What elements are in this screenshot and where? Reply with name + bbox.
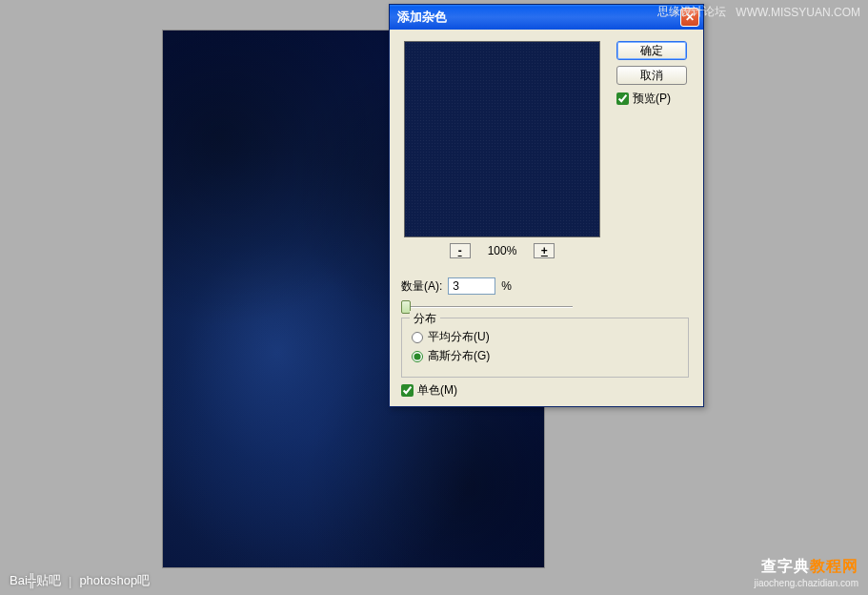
slider-track-line	[401, 306, 573, 308]
wm-bl-sep: |	[69, 574, 71, 588]
distribution-group: 分布 平均分布(U) 高斯分布(G)	[401, 318, 689, 378]
gaussian-label: 高斯分布(G)	[428, 348, 490, 364]
dialog-title: 添加杂色	[397, 9, 680, 26]
monochrome-checkbox[interactable]	[401, 384, 414, 397]
add-noise-dialog: 添加杂色 ✕ - 100% + 确定 取消 预览(P) 数量(A): %	[389, 4, 704, 407]
plus-icon: +	[541, 244, 548, 257]
amount-input[interactable]	[448, 277, 495, 295]
dialog-titlebar[interactable]: 添加杂色 ✕	[390, 5, 703, 30]
amount-row: 数量(A): %	[401, 277, 512, 295]
zoom-out-button[interactable]: -	[450, 243, 471, 258]
minus-icon: -	[458, 244, 462, 257]
preview-label: 预览(P)	[633, 91, 671, 107]
gaussian-radio-row[interactable]: 高斯分布(G)	[412, 348, 678, 364]
monochrome-row[interactable]: 单色(M)	[401, 382, 457, 399]
wm-br-a: 查字典	[761, 558, 810, 574]
dialog-body: - 100% + 确定 取消 预览(P) 数量(A): % 分布 平均分布(	[390, 30, 703, 406]
wm-br-b: 教程网	[810, 558, 858, 574]
cancel-button[interactable]: 取消	[616, 66, 687, 85]
monochrome-label: 单色(M)	[417, 382, 457, 399]
dialog-buttons: 确定 取消 预览(P)	[616, 41, 693, 107]
gaussian-radio[interactable]	[412, 351, 423, 362]
wm-br-url: jiaocheng.chazidian.com	[754, 577, 858, 589]
preview-checkbox-row[interactable]: 预览(P)	[616, 91, 693, 107]
zoom-controls: - 100% +	[404, 243, 600, 258]
preview-checkbox[interactable]	[616, 92, 629, 105]
uniform-label: 平均分布(U)	[428, 329, 490, 345]
noise-preview[interactable]	[404, 41, 600, 237]
watermark-bottom-left: Bai╬贴吧 | photoshop吧	[10, 572, 150, 589]
watermark-bottom-right: 查字典教程网 jiaocheng.chazidian.com	[754, 557, 858, 589]
uniform-radio[interactable]	[412, 332, 423, 343]
wm-bl-brand: Bai╬贴吧	[10, 572, 61, 589]
uniform-radio-row[interactable]: 平均分布(U)	[412, 329, 678, 345]
wm-tr-text: 思缘设计论坛	[657, 4, 726, 20]
amount-unit: %	[501, 279, 512, 293]
amount-label: 数量(A):	[401, 278, 442, 295]
distribution-legend: 分布	[410, 311, 440, 327]
zoom-in-button[interactable]: +	[534, 243, 555, 258]
zoom-level: 100%	[488, 244, 517, 257]
wm-br-brand: 查字典教程网	[754, 557, 858, 577]
wm-tr-url: WWW.MISSYUAN.COM	[736, 6, 860, 19]
wm-bl-text: photoshop吧	[79, 572, 150, 589]
ok-button[interactable]: 确定	[616, 41, 687, 60]
watermark-top-right: 思缘设计论坛 WWW.MISSYUAN.COM	[657, 4, 860, 20]
